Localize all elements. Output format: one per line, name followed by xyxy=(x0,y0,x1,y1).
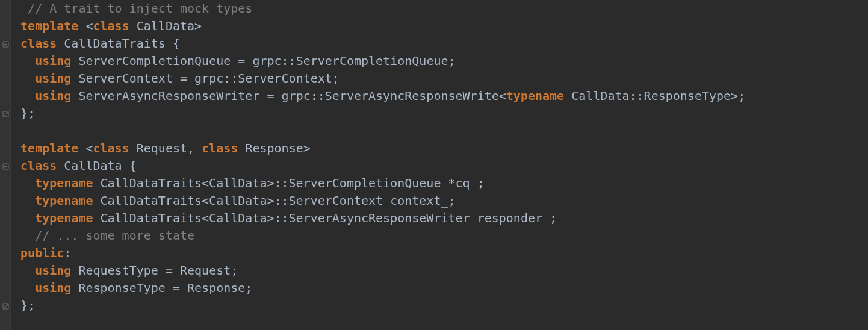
code-line[interactable] xyxy=(13,122,868,140)
code-token xyxy=(71,263,78,278)
code-token xyxy=(57,36,64,51)
code-token xyxy=(13,89,35,103)
code-token xyxy=(57,158,64,173)
code-token xyxy=(13,141,20,155)
code-editor[interactable]: // A trait to inject mock types template… xyxy=(0,0,868,330)
code-token: template xyxy=(20,141,78,155)
code-token: // ... some more state xyxy=(35,228,194,243)
code-line[interactable]: class CallData { xyxy=(13,157,868,175)
code-token: Request xyxy=(180,263,231,278)
code-token xyxy=(13,211,35,225)
code-token xyxy=(13,158,20,173)
code-token: CallData::ResponseType xyxy=(571,89,731,103)
code-line[interactable]: public: xyxy=(13,244,868,262)
code-line[interactable]: using ServerContext = grpc::ServerContex… xyxy=(13,70,868,87)
fold-collapse-icon[interactable] xyxy=(1,40,10,48)
code-token: CallData xyxy=(64,158,122,173)
code-line[interactable]: typename CallDataTraits<CallData>::Serve… xyxy=(13,210,868,227)
code-line[interactable]: using ServerAsyncResponseWriter = grpc::… xyxy=(13,87,868,105)
code-token: = xyxy=(173,71,194,86)
code-token: ; xyxy=(448,54,456,68)
code-token: Response xyxy=(187,281,245,295)
code-token: ; xyxy=(448,193,455,208)
code-token: > xyxy=(194,19,202,33)
code-token: CallDataTraits<CallData>::ServerAsyncRes… xyxy=(101,211,550,225)
code-token: CallDataTraits<CallData>::ServerContext … xyxy=(101,193,448,208)
code-token: grpc::ServerContext xyxy=(194,71,332,86)
code-token: using xyxy=(35,71,71,86)
code-token xyxy=(13,54,35,68)
code-token: ServerCompletionQueue xyxy=(78,54,231,68)
code-token: CallDataTraits xyxy=(64,36,166,51)
code-line[interactable]: class CallDataTraits { xyxy=(13,35,868,52)
code-token: < xyxy=(78,141,93,155)
code-token: CallDataTraits<CallData>::ServerCompleti… xyxy=(101,176,477,190)
code-token xyxy=(13,71,35,86)
code-token: , xyxy=(187,141,202,155)
code-line[interactable]: using ResponseType = Response; xyxy=(13,279,868,297)
code-token xyxy=(71,89,78,103)
code-token: >; xyxy=(731,89,745,103)
code-token xyxy=(13,36,20,51)
code-token: template xyxy=(20,19,78,33)
code-token xyxy=(238,141,245,155)
code-token: ; xyxy=(477,176,485,190)
code-line[interactable]: }; xyxy=(13,105,868,122)
code-token: public xyxy=(20,246,64,260)
code-token: ServerContext xyxy=(78,71,173,86)
code-token: { xyxy=(122,158,137,173)
code-token: class xyxy=(20,158,57,173)
code-token: }; xyxy=(13,106,35,120)
code-token: < xyxy=(78,19,93,33)
code-token xyxy=(71,54,78,68)
code-token: // A trait to inject mock types xyxy=(28,1,252,16)
fold-collapse-icon[interactable] xyxy=(1,162,10,170)
code-token: Response xyxy=(245,141,303,155)
code-token: using xyxy=(35,89,71,103)
code-token: = xyxy=(231,54,252,68)
code-line[interactable]: template <class Request, class Response> xyxy=(13,140,868,157)
fold-gutter xyxy=(0,0,11,330)
code-token: using xyxy=(35,281,71,295)
code-token: typename xyxy=(35,176,93,190)
code-token xyxy=(564,89,571,103)
code-token xyxy=(129,19,137,33)
code-token xyxy=(71,281,78,295)
code-token: ; xyxy=(245,281,252,295)
code-token: = xyxy=(259,89,281,103)
code-token: using xyxy=(35,54,71,68)
code-token: class xyxy=(93,141,129,155)
code-line[interactable]: // A trait to inject mock types xyxy=(13,0,868,17)
code-token: CallData xyxy=(137,19,194,33)
code-token: = xyxy=(158,263,180,278)
code-token: { xyxy=(166,36,180,51)
code-token: = xyxy=(166,281,187,295)
code-token xyxy=(13,228,35,243)
code-token: ResponseType xyxy=(78,281,166,295)
code-token: : xyxy=(64,246,71,260)
code-line[interactable]: using RequestType = Request; xyxy=(13,262,868,279)
code-line[interactable]: typename CallDataTraits<CallData>::Serve… xyxy=(13,175,868,192)
code-token xyxy=(129,141,137,155)
code-token: RequestType xyxy=(78,263,158,278)
code-line[interactable]: using ServerCompletionQueue = grpc::Serv… xyxy=(13,52,868,70)
code-token: ; xyxy=(332,71,339,86)
code-token xyxy=(13,1,28,16)
fold-end-icon xyxy=(1,302,10,310)
code-token: > xyxy=(303,141,311,155)
code-token xyxy=(93,193,100,208)
code-token: class xyxy=(20,36,57,51)
code-token: Request xyxy=(137,141,187,155)
code-token: typename xyxy=(35,193,93,208)
code-token xyxy=(13,193,35,208)
code-token: using xyxy=(35,263,71,278)
code-token xyxy=(93,211,100,225)
code-line[interactable]: typename CallDataTraits<CallData>::Serve… xyxy=(13,192,868,210)
code-line[interactable]: template <class CallData> xyxy=(13,17,868,35)
code-token: ; xyxy=(550,211,557,225)
code-token xyxy=(71,71,78,86)
code-area[interactable]: // A trait to inject mock types template… xyxy=(11,0,868,330)
code-line[interactable]: }; xyxy=(13,297,868,314)
code-line[interactable]: // ... some more state xyxy=(13,227,868,244)
code-token xyxy=(13,263,35,278)
